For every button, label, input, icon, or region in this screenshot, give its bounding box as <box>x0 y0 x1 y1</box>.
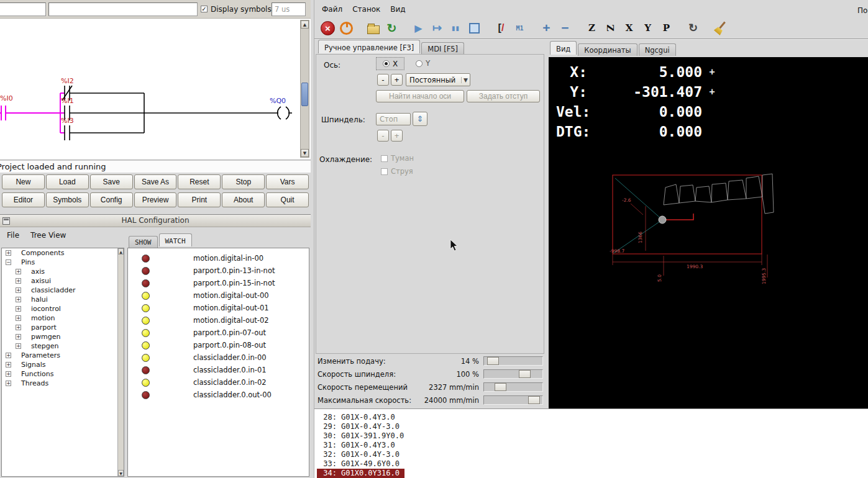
jog-minus-button[interactable]: - <box>377 74 389 86</box>
preview-canvas[interactable]: X: 5.000 Y: -301.407 Vel: 0.000 <box>549 57 868 408</box>
display-symbols-checkbox[interactable] <box>201 6 208 12</box>
axis-menu-item[interactable]: Вид <box>385 4 410 15</box>
scroll-down-icon[interactable]: ▼ <box>301 149 309 157</box>
tree-item[interactable]: + axisui <box>2 276 124 286</box>
open-file-icon[interactable] <box>365 20 381 37</box>
watch-item[interactable]: parport.0.pin-08-out <box>128 339 309 351</box>
slider-handle[interactable] <box>519 370 531 378</box>
ladder-button[interactable]: Quit <box>266 192 309 207</box>
tree-expander-icon[interactable]: − <box>6 259 11 265</box>
ladder-button[interactable]: Preview <box>134 192 177 207</box>
tree-item[interactable]: + Threads <box>2 379 124 388</box>
axis-x-radio[interactable] <box>383 60 390 67</box>
home-axis-button[interactable]: Найти начало оси <box>376 90 464 102</box>
override-slider[interactable] <box>483 356 543 366</box>
spindle-plus-button[interactable]: + <box>391 130 403 142</box>
ladder-button[interactable]: Symbols <box>46 192 89 207</box>
watch-item[interactable]: parport.0.pin-13-in-not <box>128 264 309 277</box>
ladder-button[interactable]: Print <box>178 192 221 207</box>
tree-expander-icon[interactable]: + <box>6 362 11 368</box>
zoom-out-icon[interactable] <box>557 20 573 37</box>
ladder-vertical-scrollbar[interactable]: ▲ ▼ <box>300 20 309 158</box>
tree-item[interactable]: + axis <box>2 267 124 276</box>
reload-icon[interactable] <box>383 20 400 37</box>
view-tab[interactable]: Ngcgui <box>639 43 676 56</box>
mist-checkbox[interactable] <box>381 155 388 162</box>
hal-titlebar[interactable]: HAL Configuration <box>0 215 311 227</box>
optional-pause-icon[interactable] <box>511 20 528 37</box>
tree-item[interactable]: + Components <box>2 248 124 258</box>
gcode-line[interactable]: 28: G01X-0.4Y3.0 <box>317 413 400 422</box>
tree-expander-icon[interactable]: + <box>16 278 21 284</box>
ladder-button[interactable]: Load <box>46 174 89 189</box>
view-z-rotated-icon[interactable]: Z <box>602 20 619 37</box>
ladder-button[interactable]: Config <box>90 192 133 207</box>
manual-tab[interactable]: MDI [F5] <box>421 42 464 55</box>
axis-menu-item[interactable]: Станок <box>347 4 385 15</box>
gcode-line[interactable]: 32: G01X-0.4Y-3.0 <box>317 450 404 459</box>
tree-item[interactable]: + Functions <box>2 369 124 379</box>
help-menu-item[interactable]: Помощь <box>852 5 868 16</box>
ladder-button[interactable]: Vars <box>266 174 309 189</box>
hal-tab[interactable]: SHOW <box>129 236 158 248</box>
clear-plot-icon[interactable] <box>711 20 728 37</box>
tree-item[interactable]: + parport <box>2 323 124 332</box>
tree-item[interactable]: + Signals <box>2 360 124 369</box>
tree-expander-icon[interactable]: + <box>6 250 11 256</box>
slider-handle[interactable] <box>487 357 499 365</box>
hal-tab[interactable]: WATCH <box>159 233 192 246</box>
spindle-state-select[interactable]: Стоп <box>376 113 411 125</box>
tree-item[interactable]: + pwmgen <box>2 332 124 341</box>
step-icon[interactable] <box>429 20 445 37</box>
tree-expander-icon[interactable]: + <box>6 353 11 358</box>
rotate-view-icon[interactable] <box>685 20 701 37</box>
tree-expander-icon[interactable]: + <box>16 315 21 321</box>
hal-menu-item[interactable]: Tree View <box>25 230 71 241</box>
stop-icon[interactable] <box>466 20 483 37</box>
pause-icon[interactable] <box>447 20 464 37</box>
scroll-down-icon[interactable]: ▼ <box>118 470 124 476</box>
view-tab[interactable]: Координаты <box>578 43 637 56</box>
ladder-button[interactable]: Save <box>90 174 133 189</box>
view-p-icon[interactable]: P <box>658 20 675 37</box>
scroll-up-icon[interactable]: ▲ <box>118 248 124 255</box>
ladder-button[interactable]: Reset <box>178 174 221 189</box>
ladder-button[interactable]: Editor <box>2 192 45 207</box>
view-z-icon[interactable]: Z <box>583 20 600 37</box>
flood-checkbox[interactable] <box>381 168 388 175</box>
ladder-section-entry[interactable] <box>0 2 46 16</box>
watch-item[interactable]: classicladder.0.in-02 <box>128 376 309 389</box>
slider-handle[interactable] <box>495 383 506 391</box>
ladder-button[interactable]: Stop <box>222 174 265 189</box>
hal-menu-item[interactable]: File <box>1 230 25 241</box>
machine-power-icon[interactable] <box>338 20 355 37</box>
tree-expander-icon[interactable]: + <box>6 381 11 386</box>
tree-expander-icon[interactable]: + <box>16 287 21 293</box>
spindle-mode-dropdown-icon[interactable]: ⇕ <box>413 112 427 126</box>
axis-y-radio[interactable] <box>416 60 423 67</box>
axis-menu-item[interactable]: Файл <box>317 4 347 15</box>
flood-checkbox-group[interactable]: Струя <box>381 167 413 176</box>
view-y-icon[interactable]: Y <box>639 20 656 37</box>
ladder-button[interactable]: Save As <box>134 174 177 189</box>
gcode-line[interactable]: 31: G01X-0.4Y3.0 <box>317 441 400 450</box>
ladder-comment-entry[interactable] <box>48 2 198 16</box>
touch-off-button[interactable]: Задать отступ <box>467 90 540 102</box>
watch-item[interactable]: classicladder.0.in-01 <box>128 364 309 376</box>
view-x-icon[interactable]: X <box>621 20 637 37</box>
override-slider[interactable] <box>483 382 543 392</box>
scan-time-entry[interactable]: 7 us <box>272 2 306 16</box>
tree-expander-icon[interactable]: + <box>16 325 21 330</box>
override-slider[interactable] <box>483 369 543 379</box>
tree-item[interactable]: + motion <box>2 313 124 323</box>
ladder-button[interactable]: New <box>2 174 45 189</box>
watch-item[interactable]: motion.digital-out-00 <box>128 289 309 302</box>
watch-item[interactable]: motion.digital-out-02 <box>128 314 309 327</box>
gcode-line[interactable]: 29: G01X-0.4Y-3.0 <box>317 422 404 431</box>
override-slider[interactable] <box>483 395 543 405</box>
axis-y-radio-group[interactable]: Y <box>416 59 430 68</box>
tree-item[interactable]: + stepgen <box>2 341 124 351</box>
axis-x-radio-group[interactable]: X <box>376 57 404 70</box>
manual-tab[interactable]: Ручное управление [F3] <box>318 40 420 53</box>
jog-plus-button[interactable]: + <box>391 74 403 86</box>
